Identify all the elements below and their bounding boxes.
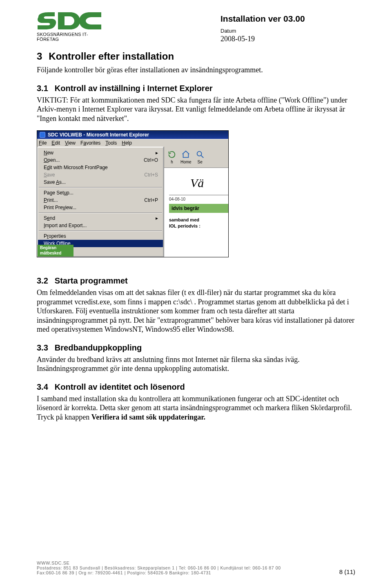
ie-menubar: File Edit View Favorites Tools Help: [37, 139, 228, 147]
ie-titlebar: SDC VIOLWEB - Microsoft Internet Explore…: [37, 131, 228, 139]
content-date: 04-08-10: [164, 197, 228, 201]
search-icon: [196, 150, 205, 159]
footer-site: WWW.SDC.SE: [37, 560, 355, 565]
menu-item-import-export[interactable]: Import and Export...: [38, 222, 163, 229]
home-icon: [181, 150, 190, 159]
menu-item-save: SaveCtrl+S: [38, 171, 163, 179]
menu-edit[interactable]: Edit: [51, 140, 60, 146]
page-number: 8 (11): [339, 568, 355, 575]
menu-item-print[interactable]: Print...Ctrl+P: [38, 196, 163, 204]
heading-3-4: 3.4 Kontroll av identitet och lösenord: [37, 382, 355, 392]
tab-line: Begäran: [40, 246, 56, 250]
menu-item-properties[interactable]: Properties: [38, 232, 163, 240]
heading-3: 3 Kontroller efter installation: [37, 51, 355, 62]
heading-text: Kontroll av inställning i Internet Explo…: [55, 84, 213, 93]
footer-line-1: Postadress: 851 83 Sundsvall | Besöksadr…: [37, 565, 355, 570]
svg-point-0: [197, 152, 201, 156]
menu-separator: [39, 187, 162, 188]
heading-3-3: 3.3 Bredbanduppkoppling: [37, 343, 355, 353]
ie-icon: [40, 132, 45, 138]
heading-num: 3.2: [37, 276, 48, 286]
menu-favorites[interactable]: Favorites: [80, 140, 100, 146]
menu-view[interactable]: View: [65, 140, 76, 146]
heading-text: Kontroll av identitet och lösenord: [55, 382, 185, 392]
tool-search[interactable]: Se: [196, 150, 205, 164]
paragraph-3-1: VIKTIGT: För att kommunikationen med SDC…: [37, 96, 355, 123]
menu-separator: [39, 212, 162, 213]
sidebar-green-tab: Begäran mätbesked: [38, 245, 74, 257]
footer: WWW.SDC.SE Postadress: 851 83 Sundsvall …: [0, 560, 392, 575]
ie-window-title: SDC VIOLWEB - Microsoft Internet Explore…: [48, 132, 149, 138]
date-value: 2008-05-19: [220, 35, 305, 43]
ie-screenshot: SDC VIOLWEB - Microsoft Internet Explore…: [37, 130, 229, 257]
paragraph-3-4: I samband med installation ska du kontro…: [37, 394, 355, 422]
menu-tools[interactable]: Tools: [105, 140, 117, 146]
tool-label: Home: [180, 160, 192, 164]
divider: [169, 195, 228, 195]
menu-item-save-as[interactable]: Save As...: [38, 179, 163, 186]
menu-item-page-setup[interactable]: Page Setup...: [38, 189, 163, 196]
ie-content: Vä 04-08-10 idvis begrär samband med IOL…: [164, 168, 228, 257]
refresh-icon: [167, 150, 176, 159]
tool-label: h: [171, 160, 173, 164]
footer-line-2: Fax:060-16 86 39 | Org nr: 789200-4461 |…: [37, 570, 355, 575]
menu-separator: [39, 230, 162, 231]
heading-num: 3.4: [37, 382, 48, 392]
menu-item-new[interactable]: New▸: [38, 149, 163, 156]
logo-block: SKOGSNÄRINGENS IT-FÖRETAG: [37, 11, 110, 42]
content-line: IOL periodvis :: [164, 223, 228, 229]
content-heading-fragment: Vä: [164, 168, 228, 192]
heading-num: 3: [37, 51, 42, 62]
paragraph-3-intro: Följande kontroller bör göras efter inst…: [37, 65, 355, 75]
file-dropdown: New▸ Open...Ctrl+O Edit with Microsoft F…: [37, 147, 164, 257]
heading-text: Bredbanduppkoppling: [55, 343, 142, 353]
menu-item-print-preview[interactable]: Print Preview...: [38, 204, 163, 211]
heading-3-1: 3.1 Kontroll av inställning i Internet E…: [37, 84, 355, 93]
tab-line: mätbesked: [40, 251, 61, 255]
logo-tagline: SKOGSNÄRINGENS IT-FÖRETAG: [37, 32, 110, 42]
tool-label: Se: [198, 160, 203, 164]
menu-item-send[interactable]: Send▸: [38, 214, 163, 222]
heading-num: 3.1: [37, 84, 48, 93]
heading-3-2: 3.2 Starta programmet: [37, 276, 355, 286]
menu-item-edit-frontpage[interactable]: Edit with Microsoft FrontPage: [38, 164, 163, 171]
doc-title: Installation ver 03.00: [220, 14, 305, 24]
svg-line-1: [201, 156, 203, 158]
heading-text: Kontroller efter installation: [49, 51, 174, 62]
menu-file[interactable]: File: [39, 140, 47, 146]
date-label: Datum: [220, 28, 305, 34]
tool-refresh[interactable]: h: [167, 150, 176, 164]
paragraph-3-3: Använder du bredband krävs att anslutnin…: [37, 355, 355, 373]
menu-help[interactable]: Help: [122, 140, 132, 146]
document-header: SKOGSNÄRINGENS IT-FÖRETAG Installation v…: [37, 11, 355, 43]
paragraph-3-2: Om felmeddelanden visas om att det sakna…: [37, 288, 355, 334]
ie-right-pane: h Home Se Vä 04-08-10 idvis begrär: [164, 147, 228, 257]
sdc-logo: [37, 11, 102, 31]
ie-toolbar: h Home Se: [164, 147, 228, 168]
tool-home[interactable]: Home: [180, 150, 192, 164]
content-line: samband med: [164, 217, 228, 223]
content-banner: idvis begrär: [169, 204, 228, 213]
header-title-block: Installation ver 03.00 Datum 2008-05-19: [220, 11, 305, 43]
heading-num: 3.3: [37, 343, 48, 353]
menu-item-open[interactable]: Open...Ctrl+O: [38, 156, 163, 164]
heading-text: Starta programmet: [55, 276, 128, 286]
paragraph-span-bold: Verifiera id samt sök uppdateringar.: [91, 413, 205, 421]
